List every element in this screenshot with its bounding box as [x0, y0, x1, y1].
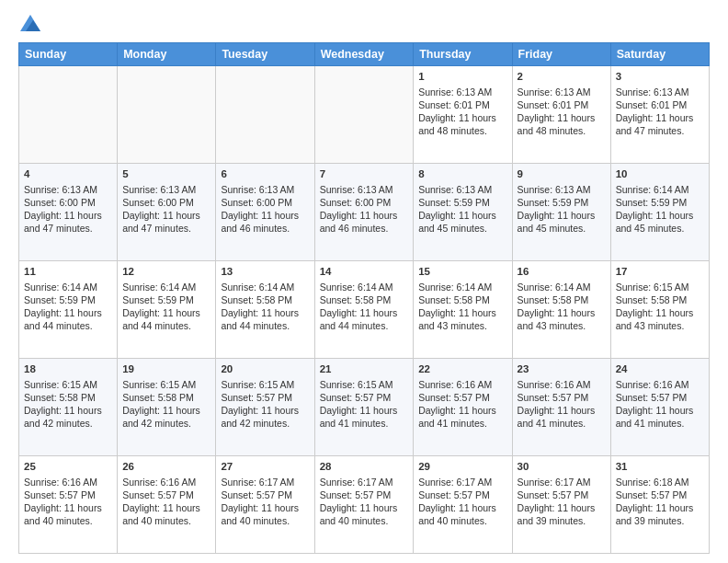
day-cell: 20Sunrise: 6:15 AMSunset: 5:57 PMDayligh…: [216, 359, 314, 456]
day-info-line: Daylight: 11 hours and 41 minutes.: [418, 404, 506, 430]
logo: [18, 17, 40, 33]
day-info-line: Sunset: 5:58 PM: [518, 293, 606, 306]
day-info-line: Sunset: 6:01 PM: [616, 98, 704, 111]
day-cell: 13Sunrise: 6:14 AMSunset: 5:58 PMDayligh…: [216, 261, 314, 359]
day-cell: 8Sunrise: 6:13 AMSunset: 5:59 PMDaylight…: [414, 164, 512, 261]
day-info-line: Daylight: 11 hours and 45 minutes.: [518, 209, 606, 235]
day-info-line: Daylight: 11 hours and 43 minutes.: [616, 306, 704, 332]
day-cell: 27Sunrise: 6:17 AMSunset: 5:57 PMDayligh…: [216, 456, 314, 554]
day-info-line: Sunrise: 6:16 AM: [616, 378, 704, 391]
day-number: 11: [24, 265, 112, 280]
day-info-line: Daylight: 11 hours and 45 minutes.: [418, 209, 506, 235]
day-info-line: Sunset: 5:58 PM: [24, 391, 112, 404]
day-info-line: Sunrise: 6:14 AM: [221, 281, 309, 293]
day-cell: 24Sunrise: 6:16 AMSunset: 5:57 PMDayligh…: [610, 359, 709, 456]
day-info-line: Sunrise: 6:14 AM: [616, 183, 704, 196]
weekday-wednesday: Wednesday: [314, 43, 414, 66]
day-info-line: Sunrise: 6:14 AM: [320, 281, 409, 293]
day-info-line: Daylight: 11 hours and 41 minutes.: [616, 404, 704, 430]
day-info-line: Daylight: 11 hours and 40 minutes.: [122, 501, 210, 527]
day-cell: 23Sunrise: 6:16 AMSunset: 5:57 PMDayligh…: [512, 359, 610, 456]
day-number: 31: [616, 460, 704, 475]
logo-icon: [20, 15, 40, 31]
week-row-5: 25Sunrise: 6:16 AMSunset: 5:57 PMDayligh…: [19, 456, 710, 554]
day-number: 8: [418, 167, 506, 182]
calendar-table: SundayMondayTuesdayWednesdayThursdayFrid…: [18, 42, 710, 554]
day-info-line: Sunset: 5:57 PM: [518, 488, 606, 501]
day-info-line: Sunrise: 6:13 AM: [24, 183, 112, 196]
day-number: 23: [518, 362, 606, 377]
day-info-line: Daylight: 11 hours and 44 minutes.: [320, 306, 409, 332]
day-info-line: Daylight: 11 hours and 39 minutes.: [616, 501, 704, 527]
day-cell: 22Sunrise: 6:16 AMSunset: 5:57 PMDayligh…: [414, 359, 512, 456]
day-number: 15: [418, 265, 506, 280]
day-info-line: Daylight: 11 hours and 48 minutes.: [518, 111, 606, 137]
day-number: 16: [518, 265, 606, 280]
header: [18, 17, 710, 33]
weekday-header-row: SundayMondayTuesdayWednesdayThursdayFrid…: [19, 43, 710, 66]
day-info-line: Daylight: 11 hours and 43 minutes.: [418, 306, 506, 332]
day-info-line: Sunset: 6:00 PM: [320, 196, 409, 209]
day-info-line: Sunset: 5:57 PM: [616, 488, 704, 501]
week-row-3: 11Sunrise: 6:14 AMSunset: 5:59 PMDayligh…: [19, 261, 710, 359]
day-info-line: Daylight: 11 hours and 44 minutes.: [221, 306, 309, 332]
day-info-line: Sunrise: 6:17 AM: [221, 476, 309, 488]
day-info-line: Sunrise: 6:16 AM: [24, 476, 112, 488]
day-cell: 9Sunrise: 6:13 AMSunset: 5:59 PMDaylight…: [512, 164, 610, 261]
day-number: 17: [616, 265, 704, 280]
day-cell: [118, 66, 216, 164]
weekday-saturday: Saturday: [610, 43, 709, 66]
day-info-line: Daylight: 11 hours and 46 minutes.: [320, 209, 409, 235]
day-info-line: Sunset: 5:57 PM: [320, 488, 409, 501]
day-info-line: Daylight: 11 hours and 42 minutes.: [24, 404, 112, 430]
day-info-line: Daylight: 11 hours and 45 minutes.: [616, 209, 704, 235]
day-info-line: Sunrise: 6:15 AM: [221, 378, 309, 391]
page: SundayMondayTuesdayWednesdayThursdayFrid…: [0, 0, 728, 563]
day-number: 5: [122, 167, 210, 182]
day-info-line: Daylight: 11 hours and 44 minutes.: [24, 306, 112, 332]
day-info-line: Sunset: 5:58 PM: [616, 293, 704, 306]
day-info-line: Sunrise: 6:13 AM: [122, 183, 210, 196]
day-cell: 4Sunrise: 6:13 AMSunset: 6:00 PMDaylight…: [19, 164, 118, 261]
day-info-line: Sunset: 5:58 PM: [122, 391, 210, 404]
day-info-line: Sunset: 5:59 PM: [518, 196, 606, 209]
day-info-line: Sunset: 5:57 PM: [320, 391, 409, 404]
day-cell: 2Sunrise: 6:13 AMSunset: 6:01 PMDaylight…: [512, 66, 610, 164]
day-info-line: Sunrise: 6:17 AM: [418, 476, 506, 488]
day-info-line: Sunset: 6:01 PM: [418, 98, 506, 111]
day-cell: 11Sunrise: 6:14 AMSunset: 5:59 PMDayligh…: [19, 261, 118, 359]
weekday-tuesday: Tuesday: [216, 43, 314, 66]
day-info-line: Sunset: 6:00 PM: [221, 196, 309, 209]
day-number: 29: [418, 460, 506, 475]
day-cell: 18Sunrise: 6:15 AMSunset: 5:58 PMDayligh…: [19, 359, 118, 456]
weekday-friday: Friday: [512, 43, 610, 66]
day-info-line: Sunset: 5:59 PM: [616, 196, 704, 209]
day-info-line: Sunset: 6:00 PM: [24, 196, 112, 209]
day-cell: [216, 66, 314, 164]
day-cell: 6Sunrise: 6:13 AMSunset: 6:00 PMDaylight…: [216, 164, 314, 261]
day-info-line: Sunrise: 6:16 AM: [518, 378, 606, 391]
day-number: 20: [221, 362, 309, 377]
day-number: 10: [616, 167, 704, 182]
day-cell: 25Sunrise: 6:16 AMSunset: 5:57 PMDayligh…: [19, 456, 118, 554]
day-info-line: Sunrise: 6:14 AM: [24, 281, 112, 293]
day-info-line: Daylight: 11 hours and 42 minutes.: [122, 404, 210, 430]
day-info-line: Sunrise: 6:16 AM: [418, 378, 506, 391]
day-cell: 29Sunrise: 6:17 AMSunset: 5:57 PMDayligh…: [414, 456, 512, 554]
day-info-line: Daylight: 11 hours and 40 minutes.: [221, 501, 309, 527]
day-cell: 28Sunrise: 6:17 AMSunset: 5:57 PMDayligh…: [314, 456, 414, 554]
day-cell: 31Sunrise: 6:18 AMSunset: 5:57 PMDayligh…: [610, 456, 709, 554]
day-info-line: Daylight: 11 hours and 47 minutes.: [24, 209, 112, 235]
week-row-1: 1Sunrise: 6:13 AMSunset: 6:01 PMDaylight…: [19, 66, 710, 164]
day-cell: 10Sunrise: 6:14 AMSunset: 5:59 PMDayligh…: [610, 164, 709, 261]
day-number: 2: [518, 70, 606, 85]
day-info-line: Sunrise: 6:17 AM: [320, 476, 409, 488]
day-number: 27: [221, 460, 309, 475]
day-number: 6: [221, 167, 309, 182]
day-info-line: Sunrise: 6:15 AM: [122, 378, 210, 391]
day-info-line: Sunrise: 6:15 AM: [24, 378, 112, 391]
day-cell: 30Sunrise: 6:17 AMSunset: 5:57 PMDayligh…: [512, 456, 610, 554]
day-cell: [314, 66, 414, 164]
day-info-line: Daylight: 11 hours and 42 minutes.: [221, 404, 309, 430]
day-info-line: Sunset: 6:00 PM: [122, 196, 210, 209]
